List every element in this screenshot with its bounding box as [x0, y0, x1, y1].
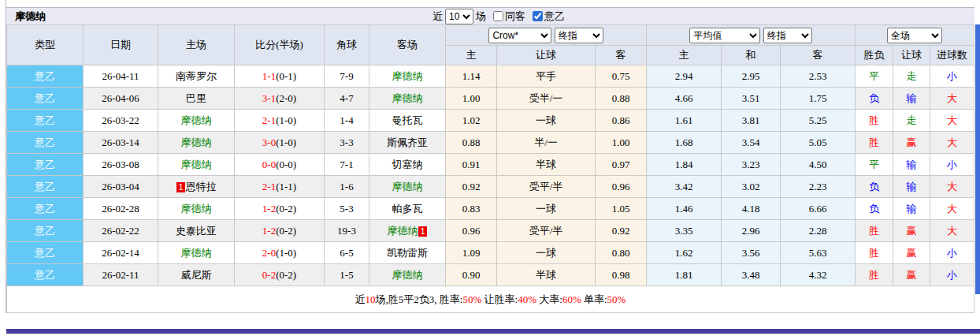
cell-score: 3-0(1-0) [235, 132, 325, 154]
league-checkbox[interactable] [533, 11, 543, 21]
cell-avg-away: 2.53 [781, 65, 856, 88]
col-header-avg-draw: 和 [722, 46, 781, 65]
summary-segment: 让胜率: [481, 293, 518, 305]
col-header-result-outcome: 胜负 [856, 46, 893, 65]
team-name: 摩德纳 [181, 114, 212, 126]
table-row: 意乙26-03-08摩德纳0-0(0-0)7-1切塞纳0.91半球0.971.8… [7, 154, 974, 176]
filter-controls: 近 10 场 同客 意乙 [432, 8, 567, 24]
recent-count-select[interactable]: 10 [445, 9, 473, 24]
cell-away-team: 曼托瓦 [369, 110, 446, 132]
cell-odds-home: 1.09 [446, 242, 497, 264]
cell-home-team: 史泰比亚 [158, 220, 235, 242]
score-fulltime: 0-0 [262, 159, 276, 170]
cell-odds-away: 0.98 [596, 264, 647, 286]
team-name: 摩德纳 [181, 159, 212, 170]
cell-away-team: 凯勒雷斯 [369, 242, 446, 264]
odds-group-header: Crow* 终指 [446, 25, 647, 46]
cell-date: 26-03-04 [84, 176, 158, 198]
cell-odds-away: 0.80 [596, 242, 647, 264]
table-row: 意乙26-02-28摩德纳1-2(0-2)5-3帕多瓦0.83一球1.051.4… [7, 198, 974, 220]
col-header-away: 客场 [369, 25, 446, 65]
cell-odds-handicap: 受半/一 [497, 88, 596, 110]
cell-date: 26-02-22 [84, 220, 158, 242]
matches-label: 场 [476, 9, 486, 24]
cell-odds-home: 1.14 [446, 65, 497, 88]
cell-away-team: 帕多瓦 [369, 198, 446, 220]
page-title: 摩德纳 [6, 9, 46, 24]
col-header-odds-handicap: 让球 [497, 46, 596, 65]
cell-odds-handicap: 半球 [497, 264, 596, 286]
cell-odds-handicap: 受平/半 [497, 176, 596, 198]
cell-avg-home: 1.46 [647, 198, 722, 220]
scope-select[interactable]: 全场 [887, 28, 942, 43]
cell-score: 2-1(1-1) [235, 176, 325, 198]
cell-away-team: 摩德纳 [369, 264, 446, 286]
final-odds-select-1[interactable]: 终指 [555, 28, 603, 43]
cell-date: 26-04-06 [84, 88, 158, 110]
cell-odds-away: 0.97 [596, 154, 647, 176]
final-odds-select-2[interactable]: 终指 [763, 28, 812, 43]
cell-avg-draw: 2.95 [722, 65, 781, 88]
cell-odds-away: 1.05 [596, 198, 647, 220]
cell-home-team: 1恩特拉 [158, 176, 235, 198]
cell-odds-handicap: 平手 [497, 65, 596, 88]
cell-result-goals: 大 [930, 198, 974, 220]
same-away-checkbox[interactable] [493, 11, 503, 21]
team-name: 斯佩齐亚 [387, 136, 428, 148]
cell-corners: 4-7 [325, 88, 369, 110]
table-row: 意乙26-04-06巴里3-1(2-0)4-7摩德纳1.00受半/一0.884.… [7, 88, 974, 110]
cell-avg-draw: 3.81 [722, 110, 781, 132]
league-label: 意乙 [544, 9, 565, 24]
cell-corners: 6-5 [325, 242, 369, 264]
odds-source-select[interactable]: Crow* [488, 28, 551, 43]
summary-segment: 40% [518, 293, 536, 305]
cell-corners: 1-6 [325, 176, 369, 198]
cell-result-outcome: 负 [856, 176, 893, 198]
cell-odds-home: 1.00 [446, 88, 497, 110]
cell-home-team: 巴里 [158, 88, 235, 110]
average-group-header: 平均值 终指 [647, 25, 856, 46]
cell-avg-away: 4.50 [781, 154, 856, 176]
cell-date: 26-03-14 [84, 132, 158, 154]
cell-result-goals: 大 [930, 132, 974, 154]
top-strip [6, 0, 974, 8]
cell-date: 26-03-22 [84, 110, 158, 132]
cell-corners: 3-3 [325, 132, 369, 154]
cell-away-team: 摩德纳 [369, 88, 446, 110]
cell-league: 意乙 [7, 176, 84, 198]
scrollbar-strip[interactable] [975, 24, 980, 294]
cell-result-outcome: 胜 [856, 220, 893, 242]
cell-home-team: 摩德纳 [158, 132, 235, 154]
team-name: 凯勒雷斯 [387, 247, 428, 259]
cell-score: 3-1(2-0) [235, 88, 325, 110]
cell-odds-away: 1.00 [596, 132, 647, 154]
table-row: 意乙26-03-14摩德纳3-0(1-0)3-3斯佩齐亚0.88半/一1.001… [7, 132, 974, 154]
cell-home-team: 威尼斯 [158, 264, 235, 286]
score-halftime: (1-0) [276, 247, 296, 259]
cell-avg-away: 5.63 [781, 242, 856, 264]
summary-segment: 近 [355, 293, 366, 305]
cell-result-outcome: 平 [856, 65, 893, 88]
cell-score: 0-2(0-2) [235, 264, 325, 286]
cell-result-outcome: 胜 [856, 110, 893, 132]
cell-corners: 5-3 [325, 198, 369, 220]
cell-away-team: 摩德纳 [369, 65, 446, 88]
cell-result-outcome: 负 [856, 88, 893, 110]
cell-avg-home: 3.35 [647, 220, 722, 242]
cell-corners: 7-1 [325, 154, 369, 176]
cell-corners: 7-9 [325, 65, 369, 88]
cell-league: 意乙 [7, 198, 84, 220]
cell-result-handicap: 走 [893, 110, 930, 132]
cell-date: 26-04-11 [84, 65, 158, 88]
summary-segment: 50% [462, 293, 481, 305]
average-select[interactable]: 平均值 [689, 28, 760, 43]
cell-avg-draw: 3.51 [722, 88, 781, 110]
summary-segment: 50% [607, 293, 626, 305]
cell-result-goals: 小 [930, 154, 974, 176]
cell-result-handicap: 输 [893, 154, 930, 176]
cell-result-handicap: 赢 [893, 220, 930, 242]
cell-league: 意乙 [7, 110, 84, 132]
cell-result-goals: 小 [930, 264, 974, 286]
score-halftime: (0-2) [276, 225, 296, 237]
cell-avg-draw: 3.56 [722, 242, 781, 264]
